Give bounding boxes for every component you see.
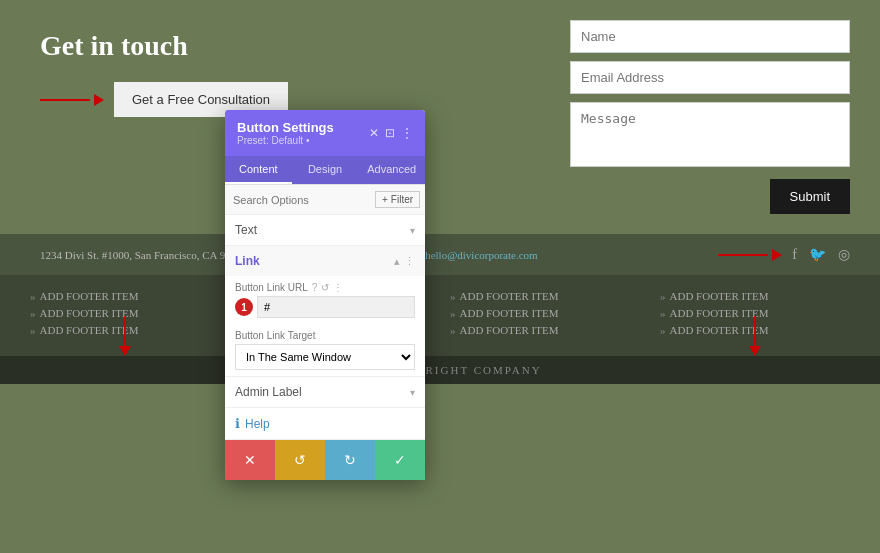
- red-arrow-left-icon: [40, 94, 104, 106]
- facebook-icon[interactable]: f: [792, 247, 797, 263]
- top-section: Get in touch Get a Free Consultation Sub…: [0, 0, 880, 234]
- link-more-icon[interactable]: ⋮: [404, 255, 415, 268]
- footer-col-3: ADD FOOTER ITEM ADD FOOTER ITEM ADD FOOT…: [450, 290, 640, 341]
- footer-bar: 1234 Divi St. #1000, San Francisco, CA 9…: [0, 234, 880, 275]
- down-arrow-1: [119, 316, 131, 356]
- text-chevron-icon: ▾: [410, 225, 415, 236]
- link-url-input[interactable]: [257, 296, 415, 318]
- name-input[interactable]: [570, 20, 850, 53]
- page-title: Get in touch: [40, 30, 530, 62]
- copyright-bar: © 2020 COPYRIGHT COMPANY: [0, 356, 880, 384]
- plus-icon: +: [382, 194, 388, 205]
- help-text[interactable]: Help: [245, 417, 270, 431]
- link-section-title: Link: [235, 254, 260, 268]
- panel-menu-icon[interactable]: ⋮: [401, 126, 413, 140]
- footer-columns: ADD FOOTER ITEM ADD FOOTER ITEM ADD FOOT…: [0, 275, 880, 356]
- instagram-icon[interactable]: ◎: [838, 246, 850, 263]
- add-footer-item-4a[interactable]: ADD FOOTER ITEM: [660, 290, 850, 302]
- link-section: Link ▴ ⋮ Button Link URL ? ↺ ⋮ 1: [225, 246, 425, 377]
- submit-button[interactable]: Submit: [770, 179, 850, 214]
- left-content: Get in touch Get a Free Consultation: [40, 20, 530, 117]
- add-footer-item-1a[interactable]: ADD FOOTER ITEM: [30, 290, 220, 302]
- reset-button[interactable]: ↺: [275, 440, 325, 480]
- down-arrow-4: [749, 316, 761, 356]
- help-circle-icon: ℹ: [235, 416, 240, 431]
- tab-content[interactable]: Content: [225, 156, 292, 184]
- panel-search-input[interactable]: [233, 194, 371, 206]
- admin-label-header[interactable]: Admin Label ▾: [225, 377, 425, 407]
- admin-label-chevron-icon: ▾: [410, 387, 415, 398]
- footer-address: 1234 Divi St. #1000, San Francisco, CA 9…: [40, 249, 244, 261]
- tab-design[interactable]: Design: [292, 156, 359, 184]
- save-button[interactable]: ✓: [375, 440, 425, 480]
- panel-preset: Preset: Default •: [237, 135, 334, 146]
- panel-header-icons: ✕ ⊡ ⋮: [369, 126, 413, 140]
- text-section-header[interactable]: Text ▾: [225, 215, 425, 245]
- button-settings-panel: Button Settings Preset: Default • ✕ ⊡ ⋮ …: [225, 110, 425, 480]
- refresh-button[interactable]: ↻: [325, 440, 375, 480]
- twitter-icon[interactable]: 🐦: [809, 246, 826, 263]
- email-input[interactable]: [570, 61, 850, 94]
- social-icons: f 🐦 ◎: [792, 246, 850, 263]
- panel-tabs: Content Design Advanced: [225, 156, 425, 185]
- filter-button[interactable]: + Filter: [375, 191, 420, 208]
- admin-label-title: Admin Label: [235, 385, 302, 399]
- main-background: Get in touch Get a Free Consultation Sub…: [0, 0, 880, 553]
- admin-label-section: Admin Label ▾: [225, 377, 425, 408]
- footer-col-4: ADD FOOTER ITEM ADD FOOTER ITEM ADD FOOT…: [660, 290, 850, 341]
- help-row: ℹ Help: [225, 408, 425, 439]
- link-section-header: Link ▴ ⋮: [225, 246, 425, 276]
- footer-right-arrow-icon: [718, 249, 782, 261]
- url-badge: 1: [235, 298, 253, 316]
- link-target-select[interactable]: In The Same Window In The New Tab: [235, 344, 415, 370]
- panel-search-bar: + Filter: [225, 185, 425, 215]
- footer-email: hello@divicorporate.com: [425, 249, 537, 261]
- panel-title: Button Settings: [237, 120, 334, 135]
- url-help-icon[interactable]: ?: [312, 282, 318, 293]
- panel-minimize-icon[interactable]: ✕: [369, 126, 379, 140]
- tab-advanced[interactable]: Advanced: [358, 156, 425, 184]
- add-footer-item-3a[interactable]: ADD FOOTER ITEM: [450, 290, 640, 302]
- link-chevron-up-icon[interactable]: ▴: [394, 255, 400, 268]
- link-url-label: Button Link URL ? ↺ ⋮: [235, 282, 415, 293]
- panel-header: Button Settings Preset: Default • ✕ ⊡ ⋮: [225, 110, 425, 156]
- link-header-icons: ▴ ⋮: [394, 255, 415, 268]
- button-link-url-field: Button Link URL ? ↺ ⋮ 1: [225, 276, 425, 324]
- add-footer-item-3c[interactable]: ADD FOOTER ITEM: [450, 324, 640, 336]
- button-link-target-field: Button Link Target In The Same Window In…: [225, 324, 425, 376]
- text-section-title: Text: [235, 223, 257, 237]
- panel-actions: ✕ ↺ ↻ ✓: [225, 439, 425, 480]
- cancel-button[interactable]: ✕: [225, 440, 275, 480]
- message-input[interactable]: [570, 102, 850, 167]
- text-section: Text ▾: [225, 215, 425, 246]
- add-footer-item-3b[interactable]: ADD FOOTER ITEM: [450, 307, 640, 319]
- link-url-input-row: 1: [235, 296, 415, 318]
- url-reset-icon[interactable]: ↺: [321, 282, 329, 293]
- contact-form: Submit: [570, 20, 850, 214]
- panel-expand-icon[interactable]: ⊡: [385, 126, 395, 140]
- footer-col-1: ADD FOOTER ITEM ADD FOOTER ITEM ADD FOOT…: [30, 290, 220, 341]
- url-more-icon[interactable]: ⋮: [333, 282, 343, 293]
- link-target-label: Button Link Target: [235, 330, 415, 341]
